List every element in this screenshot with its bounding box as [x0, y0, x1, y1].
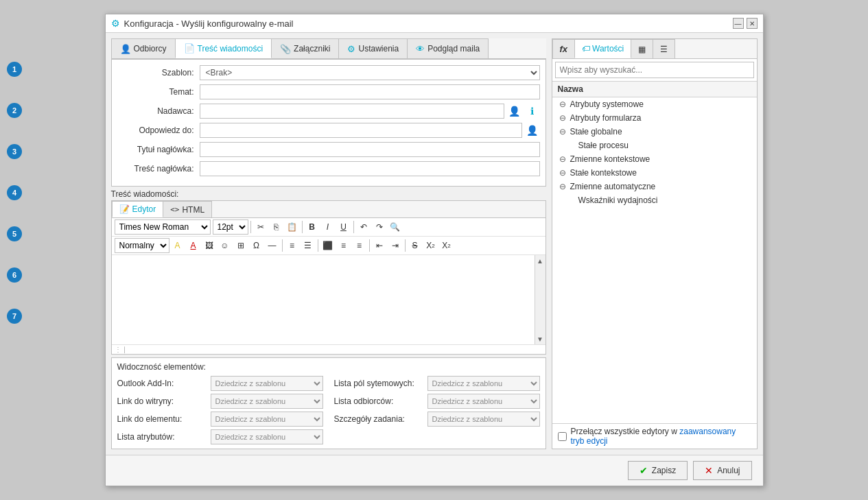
tree-item-wskazniki-wydajnosci[interactable]: Wskaźniki wydajności	[552, 193, 757, 207]
title-bar: ⚙ Konfiguracja - Wyślij konfigurowalny e…	[106, 14, 763, 33]
subscript-button[interactable]: X2	[439, 238, 454, 253]
form-row-tytul: Tytuł nagłówka:	[117, 142, 540, 157]
indent-decrease-button[interactable]: ⇤	[372, 238, 387, 253]
tab-tresc-icon: 📄	[184, 43, 195, 53]
tree-item-zmienne-kontekstowe[interactable]: ⊖ Zmienne kontekstowe	[552, 152, 757, 166]
left-panel: 👤 Odbiorcy 📄 Treść wiadomości 📎 Załączni…	[111, 38, 546, 449]
tab-edytor[interactable]: 📝 Edytor	[112, 201, 164, 217]
label-wskazniki-wydajnosci: Wskaźniki wydajności	[578, 195, 658, 205]
editor-area[interactable]	[112, 255, 535, 344]
tytul-input[interactable]	[200, 142, 540, 157]
special-char-button[interactable]: Ω	[249, 238, 264, 253]
szablon-select[interactable]: <Brak>	[200, 65, 540, 80]
cancel-button[interactable]: ✕ Anuluj	[693, 461, 751, 480]
tree-item-zmienne-automatyczne[interactable]: ⊖ Zmienne automatyczne	[552, 180, 757, 193]
tab-html[interactable]: <> HTML	[163, 201, 212, 217]
lista-atrybutow-select[interactable]: Dziedzicz z szablonu	[211, 429, 323, 444]
tab-podglad[interactable]: 👁 Podgląd maila	[407, 38, 489, 58]
redo-button[interactable]: ↷	[372, 219, 387, 235]
tree-item-stale-globalne[interactable]: ⊖ Stałe globalne	[552, 125, 757, 139]
strikethrough-button[interactable]: S	[408, 238, 423, 253]
align-center-button[interactable]: ≡	[336, 238, 351, 253]
nadawca-info-button[interactable]: ℹ	[525, 104, 540, 119]
tab-tresc[interactable]: 📄 Treść wiadomości	[175, 38, 272, 58]
toggle-zmienne-kontekstowe: ⊖	[558, 154, 567, 164]
tresc-nagl-label: Treść nagłówka:	[117, 164, 200, 174]
tree-header: Nazwa	[552, 82, 757, 97]
tree-item-stale-procesu[interactable]: Stałe procesu	[552, 139, 757, 152]
image-button[interactable]: 🖼	[202, 238, 217, 253]
bold-button[interactable]: B	[305, 219, 320, 235]
temat-label: Temat:	[117, 87, 200, 97]
paragraph-style-select[interactable]: Normalny	[115, 238, 169, 253]
paste-button[interactable]: 📋	[285, 219, 300, 235]
search-input[interactable]	[555, 62, 754, 78]
link-elementu-select[interactable]: Dziedzicz z szablonu	[211, 412, 323, 427]
right-tab-list[interactable]: ☰	[653, 39, 675, 58]
badge-1: 1	[7, 62, 22, 77]
copy-button[interactable]: ⎘	[269, 219, 284, 235]
main-tabs: 👤 Odbiorcy 📄 Treść wiadomości 📎 Załączni…	[111, 38, 546, 59]
tab-zalaczniki[interactable]: 📎 Załączniki	[271, 38, 339, 58]
nadawca-input[interactable]	[200, 104, 504, 119]
toolbar-sep-5	[318, 239, 318, 252]
odpowiedz-input[interactable]	[200, 123, 522, 138]
lista-odbiorcow-select[interactable]: Dziedzicz z szablonu	[427, 394, 540, 409]
lista-pol-select[interactable]: Dziedzicz z szablonu	[427, 376, 540, 391]
find-button[interactable]: 🔍	[388, 219, 403, 235]
right-tabs: fx 🏷 Wartości ▦ ☰	[552, 39, 757, 59]
table-button[interactable]: ⊞	[233, 238, 248, 253]
right-tab-grid[interactable]: ▦	[631, 39, 653, 58]
advanced-mode-checkbox[interactable]	[558, 432, 567, 441]
scrollbar-down[interactable]: ▼	[535, 333, 546, 344]
minimize-button[interactable]: —	[733, 18, 744, 29]
toggle-atrybuty-systemowe: ⊖	[558, 99, 567, 109]
outlook-select[interactable]: Dziedzicz z szablonu	[211, 376, 323, 391]
cancel-label: Anuluj	[717, 466, 740, 475]
tree-item-atrybuty-systemowe[interactable]: ⊖ Atrybuty systemowe	[552, 97, 757, 111]
temat-input[interactable]	[200, 84, 540, 99]
align-left-button[interactable]: ⬛	[320, 238, 336, 253]
toolbar-row-1: Times New Roman 12pt ✂ ⎘ 📋 B I	[112, 218, 546, 237]
underline-button[interactable]: U	[336, 219, 351, 235]
tab-odbiorcy[interactable]: 👤 Odbiorcy	[111, 38, 176, 58]
font-name-select[interactable]: Times New Roman	[115, 219, 211, 235]
tresc-nagl-input[interactable]	[200, 161, 540, 176]
advanced-mode-text: Przełącz wszystkie edytory w	[571, 427, 680, 436]
align-right-button[interactable]: ≡	[352, 238, 367, 253]
tab-ustawienia[interactable]: ⚙ Ustawienia	[338, 38, 408, 58]
form-section: Szablon: <Brak> Temat: Na	[111, 59, 546, 187]
save-button[interactable]: ✔ Zapisz	[628, 461, 688, 480]
tree-item-stale-kontekstowe[interactable]: ⊖ Stałe kontekstowe	[552, 166, 757, 180]
cut-button[interactable]: ✂	[253, 219, 268, 235]
superscript-button[interactable]: X2	[423, 238, 438, 253]
undo-button[interactable]: ↶	[356, 219, 371, 235]
window-icon: ⚙	[111, 18, 120, 29]
right-tab-fx[interactable]: fx	[552, 39, 576, 58]
tree-content: ⊖ Atrybuty systemowe ⊖ Atrybuty formular…	[552, 97, 757, 423]
toolbar-sep-1	[250, 221, 251, 233]
right-tab-wartosci[interactable]: 🏷 Wartości	[574, 39, 631, 58]
szczegoly-select[interactable]: Dziedzicz z szablonu	[427, 412, 540, 427]
font-size-select[interactable]: 12pt	[213, 219, 248, 235]
tree-item-atrybuty-formularza[interactable]: ⊖ Atrybuty formularza	[552, 111, 757, 125]
link-witryna-select[interactable]: Dziedzicz z szablonu	[211, 394, 323, 409]
editor-scrollbar[interactable]: ▲ ▼	[535, 255, 546, 344]
scrollbar-up[interactable]: ▲	[535, 255, 546, 266]
label-atrybuty-formularza: Atrybuty formularza	[570, 113, 642, 123]
close-button[interactable]: ✕	[747, 18, 758, 29]
editor-resize-handle[interactable]: ⋮ ∣	[112, 344, 546, 354]
editor-container: 📝 Edytor <> HTML Times New Roman	[111, 200, 546, 355]
hr-button[interactable]: —	[265, 238, 280, 253]
font-color-button[interactable]: A	[186, 238, 201, 253]
toggle-atrybuty-formularza: ⊖	[558, 113, 567, 123]
emoji-button[interactable]: ☺	[218, 238, 233, 253]
odpowiedz-person-button[interactable]: 👤	[525, 123, 540, 138]
unordered-list-button[interactable]: ☰	[301, 238, 316, 253]
ordered-list-button[interactable]: ≡	[285, 238, 300, 253]
indent-increase-button[interactable]: ⇥	[388, 238, 403, 253]
nadawca-person-button[interactable]: 👤	[507, 104, 522, 119]
italic-button[interactable]: I	[320, 219, 336, 235]
highlight-button[interactable]: A	[170, 238, 185, 253]
toolbar-sep-2	[302, 221, 303, 233]
